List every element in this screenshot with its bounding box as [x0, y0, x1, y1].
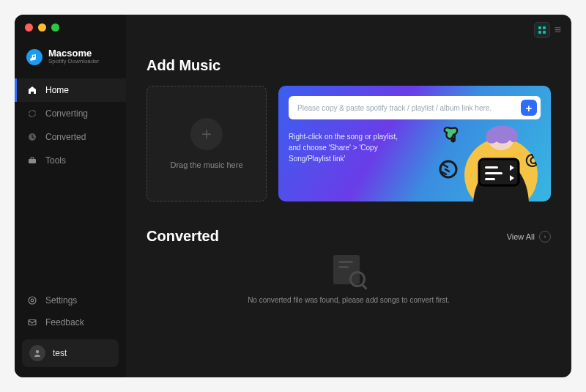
card-illustration — [400, 118, 546, 201]
music-dropzone[interactable]: + Drag the music here — [146, 86, 267, 201]
account-username: test — [53, 348, 67, 358]
view-all-label: View All — [507, 232, 535, 241]
sidebar-item-converted[interactable]: Converted — [15, 125, 126, 149]
app-window: ≡ Macsome Spotify Downloader Home Conver… — [15, 15, 571, 377]
link-card: Please copy & paste spotify track / play… — [278, 86, 551, 201]
link-hint: Right-click on the song or playlist, and… — [289, 131, 398, 164]
svg-point-7 — [29, 297, 36, 304]
avatar-icon — [29, 345, 45, 361]
add-link-button[interactable]: + — [521, 100, 537, 116]
sidebar-item-feedback[interactable]: Feedback — [15, 311, 126, 333]
close-icon[interactable] — [25, 23, 33, 32]
add-music-title: Add Music — [146, 57, 551, 74]
svg-point-18 — [440, 161, 456, 177]
maximize-icon[interactable] — [51, 23, 59, 32]
sidebar-item-label: Converting — [45, 108, 88, 119]
sidebar-item-converting[interactable]: Converting — [15, 102, 126, 125]
svg-point-8 — [31, 299, 34, 302]
window-traffic-lights — [25, 23, 59, 32]
sidebar-item-label: Tools — [45, 155, 66, 166]
logo-badge-icon — [26, 49, 42, 65]
account-box[interactable]: test — [22, 339, 119, 367]
toolbox-icon — [26, 155, 38, 166]
add-music-row: + Drag the music here Please copy & past… — [146, 86, 551, 201]
sidebar-item-home[interactable]: Home — [15, 78, 126, 102]
primary-nav: Home Converting Converted Tools — [15, 78, 126, 172]
sidebar: Macsome Spotify Downloader Home Converti… — [15, 15, 126, 377]
svg-rect-15 — [485, 166, 498, 169]
sidebar-item-label: Settings — [45, 295, 77, 306]
chevron-right-icon: › — [539, 231, 551, 243]
brand-name: Macsome — [48, 48, 99, 59]
mail-icon — [26, 317, 38, 328]
sidebar-item-tools[interactable]: Tools — [15, 149, 126, 172]
view-all-button[interactable]: View All › — [507, 231, 551, 243]
empty-search-icon — [329, 255, 368, 287]
sidebar-item-label: Converted — [45, 132, 86, 142]
sidebar-item-label: Home — [45, 85, 69, 95]
refresh-icon — [26, 108, 38, 119]
converted-title: Converted — [146, 228, 219, 245]
sidebar-item-label: Feedback — [45, 317, 84, 328]
secondary-nav: Settings Feedback — [15, 289, 126, 333]
main-content: Add Music + Drag the music here Please c… — [126, 15, 571, 377]
link-input-bar[interactable]: Please copy & paste spotify track / play… — [289, 96, 541, 119]
app-logo: Macsome Spotify Downloader — [15, 44, 126, 78]
sidebar-item-settings[interactable]: Settings — [15, 289, 126, 311]
svg-rect-17 — [485, 178, 495, 180]
gear-icon — [26, 295, 38, 306]
link-input-placeholder: Please copy & paste spotify track / play… — [297, 104, 515, 112]
dropzone-label: Drag the music here — [170, 160, 242, 169]
empty-message: No converted file was found, please add … — [248, 296, 450, 304]
svg-rect-6 — [31, 158, 34, 160]
svg-rect-16 — [485, 172, 502, 174]
plus-icon: + — [190, 118, 223, 150]
clock-icon — [26, 131, 38, 143]
svg-point-10 — [36, 350, 39, 353]
home-icon — [26, 84, 38, 96]
brand-subtitle: Spotify Downloader — [48, 59, 99, 65]
minimize-icon[interactable] — [38, 23, 46, 32]
converted-empty-state: No converted file was found, please add … — [146, 255, 551, 304]
converted-header: Converted View All › — [146, 228, 551, 245]
